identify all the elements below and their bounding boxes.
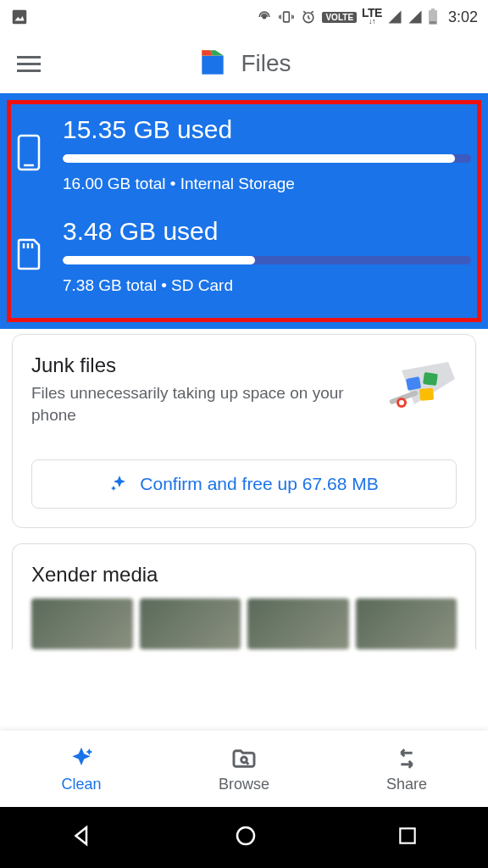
phone-icon [17, 134, 41, 171]
share-icon [393, 745, 420, 772]
svg-rect-9 [430, 21, 436, 24]
media-thumb[interactable] [140, 598, 241, 649]
bottom-nav: Clean Browse Share [0, 731, 488, 807]
hotspot-icon [256, 8, 273, 25]
xender-media-card: Xender media [12, 543, 476, 649]
xender-title: Xender media [31, 563, 457, 587]
storage-panel: 15.35 GB used 16.00 GB total • Internal … [0, 93, 488, 329]
nav-browse-label: Browse [219, 776, 269, 793]
internal-storage-row[interactable]: 15.35 GB used 16.00 GB total • Internal … [17, 115, 471, 193]
sd-progress [63, 256, 471, 264]
signal-icon [387, 9, 402, 25]
sd-used-label: 3.48 GB used [63, 217, 471, 246]
battery-icon [428, 8, 438, 25]
clean-icon [68, 745, 95, 772]
recent-button[interactable] [396, 825, 419, 850]
svg-marker-10 [202, 56, 224, 75]
dustpan-icon [380, 353, 457, 425]
home-button[interactable] [233, 823, 258, 852]
nav-clean[interactable]: Clean [0, 731, 163, 807]
signal-icon [408, 9, 423, 25]
svg-point-25 [399, 400, 404, 405]
confirm-label: Confirm and free up 67.68 MB [140, 474, 378, 494]
media-thumb[interactable] [247, 598, 349, 649]
sd-storage-row[interactable]: 3.48 GB used 7.38 GB total • SD Card [17, 217, 471, 295]
status-bar: VOLTE LTE↓↑ 3:02 [0, 0, 488, 34]
nav-share[interactable]: Share [325, 731, 488, 807]
svg-rect-21 [406, 376, 421, 391]
svg-point-2 [263, 15, 266, 18]
junk-title: Junk files [31, 353, 369, 377]
volte-badge: VOLTE [322, 12, 357, 23]
app-title: Files [241, 50, 291, 77]
svg-rect-3 [284, 12, 290, 22]
internal-sub-label: 16.00 GB total • Internal Storage [63, 175, 471, 193]
confirm-free-button[interactable]: Confirm and free up 67.68 MB [31, 459, 457, 509]
nav-browse[interactable]: Browse [163, 731, 325, 807]
nav-clean-label: Clean [61, 776, 101, 793]
lte-indicator: LTE↓↑ [362, 8, 382, 25]
svg-rect-29 [401, 828, 415, 843]
alarm-icon [300, 8, 317, 25]
app-bar: Files [0, 34, 488, 93]
svg-rect-8 [431, 8, 435, 10]
system-nav [0, 807, 488, 868]
svg-rect-22 [423, 372, 438, 386]
media-thumb[interactable] [356, 598, 458, 649]
junk-files-card: Junk files Files unnecessarily taking up… [12, 334, 476, 528]
status-clock: 3:02 [448, 8, 478, 26]
picture-icon [10, 8, 29, 26]
svg-point-28 [237, 827, 254, 844]
back-button[interactable] [69, 823, 95, 852]
nav-share-label: Share [386, 776, 427, 793]
junk-subtitle: Files unnecessarily taking up space on y… [31, 382, 369, 426]
browse-icon [230, 745, 258, 772]
sd-progress-fill [63, 256, 255, 264]
svg-rect-0 [13, 10, 27, 25]
vibrate-icon [278, 8, 295, 25]
internal-progress-fill [63, 154, 455, 163]
svg-marker-5 [388, 11, 401, 24]
internal-used-label: 15.35 GB used [63, 115, 471, 144]
svg-marker-27 [75, 827, 86, 844]
sd-card-icon [17, 238, 42, 270]
svg-point-26 [241, 757, 247, 763]
svg-marker-6 [408, 11, 421, 24]
sd-sub-label: 7.38 GB total • SD Card [63, 276, 471, 295]
files-app-icon [197, 47, 229, 80]
sparkle-icon [109, 474, 130, 494]
internal-progress [63, 154, 471, 163]
svg-rect-23 [419, 388, 434, 401]
media-thumb[interactable] [31, 598, 133, 649]
